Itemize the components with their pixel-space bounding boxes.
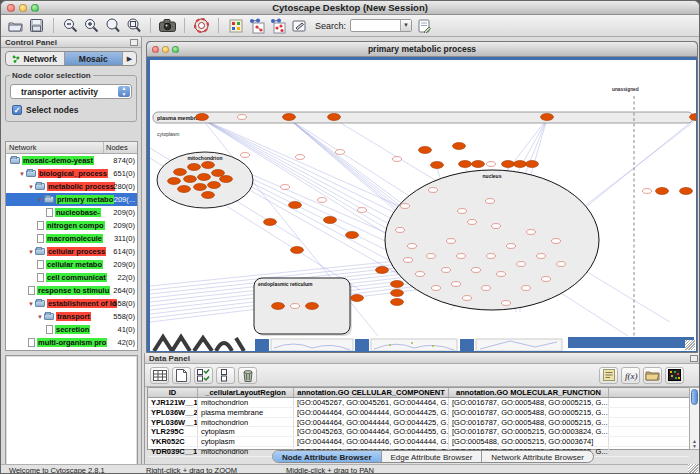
gene-node-selected[interactable] [188, 164, 201, 171]
tree-row[interactable]: multi-organism pro42(0) [6, 336, 137, 349]
gene-node[interactable] [492, 224, 501, 229]
gene-node[interactable] [427, 254, 436, 259]
gene-node[interactable] [517, 262, 526, 267]
gene-node[interactable] [241, 153, 250, 158]
new-attribute-icon[interactable] [172, 367, 191, 384]
gene-node[interactable] [291, 304, 300, 309]
tab-node-attribute-browser[interactable]: Node Attribute Browser [273, 451, 382, 462]
gene-node-selected[interactable] [351, 295, 364, 302]
tab-network[interactable]: Network [6, 52, 65, 65]
gene-node-selected[interactable] [202, 192, 215, 199]
table-column-header[interactable]: ID [148, 388, 198, 397]
gene-node[interactable] [416, 272, 425, 277]
gene-node-selected[interactable] [346, 232, 359, 239]
app-resize-grip[interactable] [688, 464, 698, 474]
gene-node-selected[interactable] [376, 267, 389, 274]
notes-icon[interactable] [599, 367, 618, 384]
gene-node-selected[interactable] [194, 184, 207, 191]
network-merge-icon[interactable] [248, 17, 265, 34]
gene-node-selected[interactable] [306, 303, 319, 310]
gene-node-selected[interactable] [324, 217, 337, 224]
help-icon[interactable] [193, 17, 210, 34]
gene-node[interactable] [482, 286, 491, 291]
disclosure-triangle-icon[interactable]: ▼ [19, 171, 25, 177]
gene-node[interactable] [522, 286, 531, 291]
gene-node[interactable] [401, 204, 410, 209]
gene-node-selected[interactable] [198, 174, 211, 181]
gene-node-selected[interactable] [391, 281, 404, 288]
network-view-titlebar[interactable]: primary metabolic process [147, 42, 697, 57]
tree-row[interactable]: ▼biological_process651(0) [6, 167, 137, 180]
tree-row[interactable]: ▼primary metabo209(... [6, 193, 137, 206]
gene-node[interactable] [296, 155, 305, 160]
unselect-attributes-icon[interactable] [216, 367, 235, 384]
tree-row[interactable]: secretion41(0) [6, 323, 137, 336]
gene-node-selected[interactable] [680, 188, 693, 195]
zoom-fit-icon[interactable] [104, 17, 121, 34]
gene-node[interactable] [643, 189, 652, 194]
gene-node-selected[interactable] [283, 114, 296, 121]
tree-row[interactable]: nucleobase-209(0) [6, 206, 137, 219]
gene-node-selected[interactable] [178, 186, 191, 193]
gene-node[interactable] [486, 199, 495, 204]
gene-node[interactable] [404, 258, 413, 263]
table-vertical-scrollbar[interactable]: ▲▼ [689, 387, 700, 450]
gene-node[interactable] [442, 268, 451, 273]
attribute-matrix-icon[interactable] [665, 367, 684, 384]
gene-node[interactable] [318, 198, 327, 203]
attribute-table[interactable]: ID_cellularLayoutRegionannotation.GO CEL… [147, 387, 690, 450]
tree-row[interactable]: ▼transport558(0) [6, 310, 137, 323]
disclosure-triangle-icon[interactable]: ▼ [28, 184, 34, 190]
save-session-icon[interactable] [28, 17, 45, 34]
gene-node-selected[interactable] [391, 290, 404, 297]
tree-row[interactable]: mosaic-demo-yeast874(0) [6, 154, 137, 167]
search-input[interactable]: ▼ [350, 19, 412, 32]
float-panel-icon[interactable] [690, 355, 698, 362]
gene-node-selected[interactable] [502, 161, 515, 168]
gene-node[interactable] [457, 254, 466, 259]
gene-node[interactable] [472, 268, 481, 273]
gene-node[interactable] [468, 220, 477, 225]
gene-node[interactable] [552, 239, 561, 244]
gene-node-selected[interactable] [272, 303, 285, 310]
gene-node[interactable] [537, 254, 546, 259]
gene-node[interactable] [358, 208, 367, 213]
gene-node[interactable] [527, 230, 536, 235]
gene-node-selected[interactable] [208, 182, 221, 189]
gene-node-selected[interactable] [328, 114, 341, 121]
network-canvas[interactable]: plasma membrane cytoplasm mitochondrion … [150, 60, 696, 351]
tree-row[interactable]: ▼establishment of lo558(0) [6, 297, 137, 310]
tree-row[interactable]: macromolecule311(0) [6, 232, 137, 245]
float-panel-icon[interactable] [130, 39, 138, 46]
gene-node[interactable] [432, 286, 441, 291]
tree-row[interactable]: nitrogen compo209(0) [6, 219, 137, 232]
preferences-icon[interactable] [416, 17, 433, 34]
gene-node-selected[interactable] [541, 114, 554, 121]
gene-node-selected[interactable] [212, 170, 225, 177]
gene-node-selected[interactable] [391, 299, 404, 306]
table-row[interactable]: YPL036W__2plasma membrane[GO:0044464, GO… [148, 408, 689, 418]
gene-node-selected[interactable] [514, 161, 527, 168]
birdseye-view[interactable] [5, 355, 138, 474]
network-diff-icon[interactable] [269, 17, 286, 34]
gene-node[interactable] [408, 244, 417, 249]
gene-node[interactable] [336, 150, 345, 155]
gene-node-selected[interactable] [291, 247, 304, 254]
table-column-header[interactable]: annotation.GO MOLECULAR_FUNCTION [449, 388, 609, 397]
gene-node[interactable] [487, 162, 496, 167]
gene-node[interactable] [502, 301, 511, 306]
gene-node-selected[interactable] [196, 114, 209, 121]
gene-node[interactable] [281, 185, 290, 190]
delete-attribute-icon[interactable] [238, 367, 257, 384]
disclosure-triangle-icon[interactable]: ▼ [28, 249, 34, 255]
gene-node[interactable] [497, 272, 506, 277]
zoom-region-icon[interactable] [125, 17, 142, 34]
select-attributes-icon[interactable] [194, 367, 213, 384]
gene-node-selected[interactable] [168, 178, 181, 185]
gene-node[interactable] [429, 188, 438, 193]
disclosure-triangle-icon[interactable]: ▼ [37, 197, 43, 203]
tree-row[interactable]: ▼metabolic process280(0) [6, 180, 137, 193]
gene-node-selected[interactable] [202, 162, 215, 169]
gene-node[interactable] [452, 282, 461, 287]
table-row[interactable]: YKR052Ccytoplasm[GO:0044464, GO:0044446,… [148, 437, 689, 447]
